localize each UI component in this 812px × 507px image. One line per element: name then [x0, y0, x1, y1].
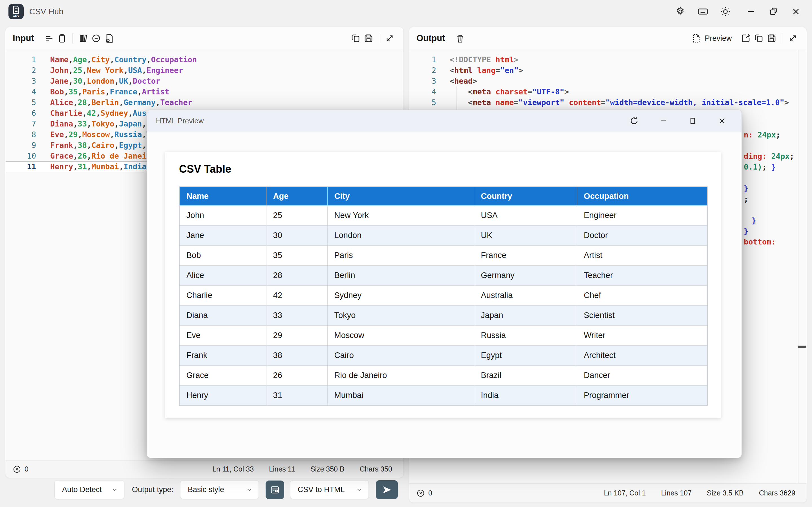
preview-refresh-button[interactable] [627, 114, 641, 127]
preview-table-cell: 28 [266, 265, 327, 285]
settings-button[interactable] [674, 5, 687, 18]
preview-page-heading: CSV Table [179, 163, 231, 175]
html-preview-window[interactable]: HTML Preview CSV Table [147, 110, 742, 458]
expand-icon [788, 33, 798, 43]
file-import-button[interactable] [103, 32, 116, 45]
output-error-value: 0 [428, 489, 432, 497]
output-save-button[interactable] [765, 32, 778, 45]
restore-icon [768, 6, 778, 17]
titlebar: CSV CSV Hub [0, 0, 812, 23]
close-icon [791, 6, 801, 17]
output-scrollbar-track[interactable] [798, 50, 799, 483]
output-scrollbar-marker[interactable] [798, 346, 806, 348]
link-button[interactable] [90, 32, 103, 45]
input-copy-button[interactable] [349, 32, 362, 45]
app-title: CSV Hub [29, 7, 63, 16]
code-fragment: n: 24px; [744, 129, 780, 140]
preview-table-cell: Artist [577, 245, 707, 265]
preview-table-cell: New York [327, 205, 474, 225]
trash-icon [455, 33, 465, 43]
divider [782, 33, 783, 44]
error-circle-icon [13, 465, 21, 473]
code-fragment: } [744, 226, 748, 237]
sun-icon [720, 6, 731, 17]
preview-table-row: Alice28BerlinGermanyTeacher [179, 265, 707, 285]
output-panel-title: Output [416, 33, 445, 43]
preview-table-cell: Charlie [179, 285, 266, 305]
code-line-2[interactable]: 2<html lang="en"> [409, 65, 806, 76]
preview-table-cell: France [474, 245, 577, 265]
format-text-button[interactable] [43, 32, 56, 45]
csv-line-3[interactable]: 3Jane,30,London,UK,Doctor [6, 76, 403, 87]
style-select[interactable]: Basic style [180, 480, 259, 499]
share-button[interactable] [739, 32, 752, 45]
keyboard-button[interactable] [696, 5, 709, 18]
format-select[interactable]: Auto Detect [54, 480, 124, 499]
csv-line-5[interactable]: 5Alice,28,Berlin,Germany,Teacher [6, 97, 403, 108]
paste-button[interactable] [56, 32, 68, 45]
share-icon [741, 33, 751, 43]
paste-icon [57, 33, 67, 43]
preview-table-cell: Moscow [327, 325, 474, 345]
app-icon-label: CSV [13, 14, 19, 17]
window-minimize-button[interactable] [744, 5, 757, 18]
output-line-count: Lines 107 [661, 489, 692, 497]
output-expand-button[interactable] [786, 32, 799, 45]
columns-icon [78, 33, 88, 43]
code-fragment: } [752, 215, 756, 226]
input-expand-button[interactable] [383, 32, 396, 45]
app-icon: CSV [8, 4, 24, 19]
code-line-3[interactable]: 3<head> [409, 76, 806, 87]
code-line-5[interactable]: 5<meta name="viewport" content="width=de… [409, 97, 806, 108]
preview-table-cell: Japan [474, 305, 577, 325]
bottom-toolbar: Auto Detect Output type: Basic style CSV… [54, 480, 398, 499]
close-icon [718, 116, 726, 125]
window-close-button[interactable] [790, 5, 802, 18]
refresh-icon [629, 116, 639, 126]
output-copy-button[interactable] [752, 32, 765, 45]
preview-minimize-button[interactable] [657, 114, 670, 127]
gear-icon [675, 6, 686, 17]
clear-output-button[interactable] [454, 32, 467, 45]
csv-line-2[interactable]: 2John,25,New York,USA,Engineer [6, 65, 403, 76]
input-save-button[interactable] [362, 32, 375, 45]
window-restore-button[interactable] [767, 5, 780, 18]
convert-button[interactable] [376, 480, 398, 499]
preview-table-col-name: Name [179, 187, 266, 205]
preview-window-titlebar[interactable]: HTML Preview [147, 110, 742, 132]
input-size: Size 350 B [310, 465, 345, 473]
theme-toggle-button[interactable] [719, 5, 732, 18]
preview-table-cell: Cairo [327, 345, 474, 365]
preview-table-cell: Eve [179, 325, 266, 345]
output-size: Size 3.5 KB [707, 489, 744, 497]
code-fragment: } [744, 183, 748, 194]
preview-button[interactable]: Preview [692, 34, 732, 43]
preview-close-button[interactable] [716, 114, 728, 127]
preview-table-cell: Chef [577, 285, 707, 305]
preview-maximize-button[interactable] [686, 114, 699, 127]
form-options-button[interactable] [266, 481, 284, 499]
preview-table-cell: Diana [179, 305, 266, 325]
keyboard-icon [697, 6, 709, 17]
preview-table-row: Eve29MoscowRussiaWriter [179, 325, 707, 345]
columns-button[interactable] [77, 32, 90, 45]
conversion-select-value: CSV to HTML [298, 485, 345, 494]
output-cursor-position: Ln 107, Col 1 [604, 489, 646, 497]
copy-icon [754, 33, 764, 43]
csv-document-icon [13, 6, 19, 14]
send-icon [381, 484, 393, 496]
preview-table-col-country: Country [474, 187, 577, 205]
csv-line-4[interactable]: 4Bob,35,Paris,France,Artist [6, 87, 403, 97]
code-line-1[interactable]: 1<!DOCTYPE html> [409, 54, 806, 65]
csv-line-1[interactable]: 1Name,Age,City,Country,Occupation [6, 54, 403, 65]
error-circle-icon [416, 489, 425, 497]
output-statusbar: 0 Ln 107, Col 1 Lines 107 Size 3.5 KB Ch… [409, 483, 807, 503]
conversion-select[interactable]: CSV to HTML [290, 480, 369, 499]
preview-table-cell: Engineer [577, 205, 707, 225]
code-line-4[interactable]: 4<meta charset="UTF-8"> [409, 87, 806, 97]
preview-table-cell: 25 [266, 205, 327, 225]
preview-table-row: Frank38CairoEgyptArchitect [179, 345, 707, 365]
code-fragment: bottom: [744, 237, 776, 247]
save-icon [767, 33, 777, 43]
format-select-value: Auto Detect [62, 485, 102, 494]
